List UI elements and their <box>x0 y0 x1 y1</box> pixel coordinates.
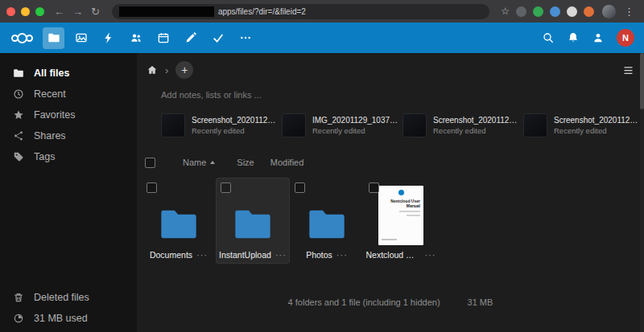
app-tab-tasks[interactable] <box>207 27 229 49</box>
fullscreen-button[interactable] <box>35 7 44 16</box>
file-status: Recently edited <box>312 126 399 135</box>
extension-icon-5[interactable] <box>584 6 594 17</box>
file-thumbnail <box>161 113 185 137</box>
sort-ascending-icon <box>210 161 215 164</box>
file-tile-nextcloud-manual[interactable]: Nextcloud User Manual Nextcloud Ma... ··… <box>364 178 438 264</box>
browser-toolbar: ← → ↻ apps/files/?dir=/&fileid=2 ☆ ⋮ <box>0 0 644 23</box>
sidebar-item-label: Favorites <box>34 109 75 121</box>
close-button[interactable] <box>6 7 15 16</box>
reload-button[interactable]: ↻ <box>91 6 100 17</box>
sidebar-item-recent[interactable]: Recent <box>0 84 137 105</box>
folder-tile-instantupload[interactable]: InstantUpload ··· <box>216 178 290 264</box>
extension-icon-4[interactable] <box>567 6 577 17</box>
sidebar-item-storage-quota[interactable]: 31 MB used <box>0 308 137 329</box>
nextcloud-logo-small <box>398 190 404 195</box>
forward-button[interactable]: → <box>72 6 83 17</box>
file-name: Screenshot_20201129-1....jpg <box>554 116 641 125</box>
new-file-button[interactable]: + <box>175 61 193 79</box>
file-actions-menu[interactable]: ··· <box>425 251 436 260</box>
sidebar-item-tags[interactable]: Tags <box>0 146 137 167</box>
sidebar-item-deleted-files[interactable]: Deleted files <box>0 287 137 308</box>
workspace-notes-placeholder[interactable]: Add notes, lists or links ... <box>161 90 644 100</box>
view-toggle-button[interactable] <box>622 64 634 76</box>
breadcrumb-home-button[interactable] <box>147 64 158 76</box>
file-name: InstantUpload <box>219 250 271 260</box>
folder-icon <box>226 203 279 245</box>
column-header-name[interactable]: Name <box>183 158 215 167</box>
file-list-header: Name Size Modified <box>145 154 644 171</box>
select-all-checkbox[interactable] <box>145 158 155 168</box>
file-actions-menu[interactable]: ··· <box>336 251 348 260</box>
folder-icon <box>300 203 353 245</box>
notifications-bell-icon[interactable] <box>567 31 580 44</box>
file-status: Recently edited <box>192 126 279 135</box>
app-tab-notes[interactable] <box>180 27 201 49</box>
app-tab-calendar[interactable] <box>152 27 174 49</box>
file-grid: Documents ··· InstantUpload ··· <box>142 178 644 264</box>
file-actions-menu[interactable]: ··· <box>196 251 208 260</box>
sidebar-item-shares[interactable]: Shares <box>0 125 137 146</box>
file-thumbnail <box>523 113 547 137</box>
app-tab-contacts[interactable] <box>125 27 147 49</box>
recommended-file[interactable]: Screenshot_20201129-1....jpg Recently ed… <box>523 113 644 137</box>
file-name: Screenshot_20201129-1....png <box>192 116 279 125</box>
file-name: IMG_20201129_103755.jpg <box>312 116 399 125</box>
file-checkbox[interactable] <box>369 182 379 193</box>
folder-tile-documents[interactable]: Documents ··· <box>142 178 216 264</box>
contacts-icon[interactable] <box>592 31 605 44</box>
extension-icon-3[interactable] <box>550 6 560 17</box>
back-button[interactable]: ← <box>54 6 64 17</box>
pdf-cover-title: Nextcloud User Manual <box>382 199 420 208</box>
ellipsis-icon <box>239 31 252 44</box>
pencil-icon <box>184 31 197 44</box>
app-navigation <box>43 27 256 49</box>
extension-icon-2[interactable] <box>533 6 543 17</box>
column-header-size[interactable]: Size <box>237 158 254 167</box>
page-scrollbar[interactable] <box>640 53 644 332</box>
app-tab-files[interactable] <box>43 27 64 49</box>
recommended-file[interactable]: Screenshot_20201129-1....png Recently ed… <box>161 113 282 137</box>
sidebar-item-favorites[interactable]: Favorites <box>0 105 137 125</box>
column-header-modified[interactable]: Modified <box>270 158 304 167</box>
file-checkbox[interactable] <box>221 182 231 193</box>
address-bar[interactable]: apps/files/?dir=/&fileid=2 <box>112 4 489 19</box>
sidebar-item-label: Tags <box>34 151 55 162</box>
file-thumbnail <box>402 113 427 137</box>
folder-icon <box>152 203 205 245</box>
sidebar-item-label: Deleted files <box>34 292 89 303</box>
app-tab-photos[interactable] <box>70 27 92 49</box>
recommended-file[interactable]: Screenshot_20201129-1....png Recently ed… <box>402 113 523 137</box>
user-avatar[interactable]: N <box>617 29 634 47</box>
sidebar-item-label: All files <box>34 68 69 79</box>
sidebar-item-label: Shares <box>34 130 66 141</box>
browser-menu-icon[interactable]: ⋮ <box>624 6 634 18</box>
url-redaction <box>119 6 214 17</box>
file-list-summary: 4 folders and 1 file (including 1 hidden… <box>137 297 644 307</box>
file-name: Nextcloud Ma... <box>366 250 421 260</box>
tag-icon <box>13 151 24 162</box>
file-checkbox[interactable] <box>147 182 157 193</box>
pdf-thumbnail: Nextcloud User Manual <box>378 186 423 245</box>
bookmark-star-icon[interactable]: ☆ <box>501 6 510 17</box>
sidebar-item-all-files[interactable]: All files <box>0 63 137 84</box>
app-tab-activity[interactable] <box>97 27 119 49</box>
minimize-button[interactable] <box>21 7 30 16</box>
nextcloud-logo[interactable] <box>11 33 33 43</box>
browser-profile-avatar[interactable] <box>602 5 616 18</box>
extension-icon-1[interactable] <box>516 6 526 17</box>
people-icon <box>130 31 142 44</box>
file-actions-menu[interactable]: ··· <box>275 251 287 260</box>
files-sidebar: All files Recent Favorites Shares Tags D… <box>0 53 137 332</box>
app-tab-more[interactable] <box>234 27 256 49</box>
file-name: Documents <box>150 250 192 260</box>
storage-gauge-icon <box>13 313 24 324</box>
clock-icon <box>13 88 24 100</box>
check-icon <box>212 31 225 44</box>
folder-tile-photos[interactable]: Photos ··· <box>290 178 364 264</box>
search-icon[interactable] <box>542 31 555 44</box>
file-name: Screenshot_20201129-1....png <box>433 116 520 125</box>
share-icon <box>13 130 24 141</box>
scrollbar-thumb[interactable] <box>640 53 644 109</box>
recommended-file[interactable]: IMG_20201129_103755.jpg Recently edited <box>282 113 402 137</box>
file-checkbox[interactable] <box>295 182 305 193</box>
